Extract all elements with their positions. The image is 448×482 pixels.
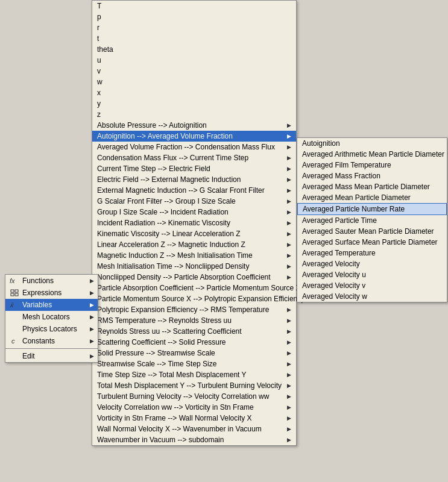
sidebar-item-arrow-icon-constants: ▶ <box>90 338 94 344</box>
main-menu-item-12[interactable]: Autoignition --> Averaged Volume Fractio… <box>92 131 296 142</box>
sub-menu-item-label: Averaged Mass Mean Particle Diameter <box>302 183 430 191</box>
sub-menu-item-11[interactable]: Averaged Velocity <box>297 258 447 269</box>
main-menu-item-4[interactable]: theta <box>92 44 296 55</box>
main-menu-item-7[interactable]: w <box>92 77 296 87</box>
menu-item-arrow-icon: ▶ <box>287 415 291 421</box>
sidebar-item-arrow-icon-edit: ▶ <box>90 353 94 359</box>
sub-menu-item-label: Averaged Temperature <box>302 249 376 257</box>
menu-item-label: Particle Absorption Coefficient --> Part… <box>97 284 301 292</box>
menu-item-label: Electric Field --> External Magnetic Ind… <box>97 175 287 184</box>
main-menu-item-36[interactable]: Turbulent Burning Velocity --> Velocity … <box>92 391 296 402</box>
sub-menu-item-label: Averaged Mass Fraction <box>302 172 380 180</box>
menu-item-label: Mesh Initialisation Time --> Noncliipped… <box>97 262 287 271</box>
sub-menu-item-7[interactable]: Averaged Particle Time <box>297 215 447 226</box>
main-menu-item-33[interactable]: Streamwise Scale --> Time Step Size▶ <box>92 358 296 369</box>
main-menu-item-35[interactable]: Total Mesh Displacement Y --> Turbulent … <box>92 380 296 391</box>
main-menu-item-39[interactable]: Wall Normal Velocity X --> Wavenumber in… <box>92 424 296 434</box>
main-menu-item-27[interactable]: Particle Momentum Source X --> Polytropi… <box>92 293 296 304</box>
main-menu-item-0[interactable]: T <box>92 1 296 11</box>
main-menu-item-21[interactable]: Kinematic Viscosity --> Linear Accelerat… <box>92 228 296 239</box>
sub-menu-item-8[interactable]: Averaged Sauter Mean Particle Diameter <box>297 226 447 237</box>
main-menu-item-17[interactable]: External Magnetic Induction --> G Scalar… <box>92 185 296 196</box>
main-menu-item-14[interactable]: Condensation Mass Flux --> Current Time … <box>92 152 296 163</box>
sub-menu-item-1[interactable]: Averaged Arithmetic Mean Particle Diamet… <box>297 149 447 160</box>
menu-item-arrow-icon: ▶ <box>287 177 291 183</box>
main-menu-item-13[interactable]: Averaged Volume Fraction --> Condensatio… <box>92 142 296 152</box>
main-menu-item-28[interactable]: Polytropic Expansion Efficiency --> RMS … <box>92 304 296 315</box>
sub-menu-item-13[interactable]: Averaged Velocity v <box>297 280 447 291</box>
menu-item-label: t <box>97 34 291 43</box>
main-menu-item-38[interactable]: Vorticity in Stn Frame --> Wall Normal V… <box>92 413 296 424</box>
main-menu-item-8[interactable]: x <box>92 87 296 98</box>
menu-item-arrow-icon: ▶ <box>287 242 291 248</box>
main-menu-item-2[interactable]: r <box>92 22 296 33</box>
main-menu-item-16[interactable]: Electric Field --> External Magnetic Ind… <box>92 174 296 185</box>
main-menu-item-25[interactable]: Noncliipped Density --> Particle Absorpt… <box>92 272 296 283</box>
sidebar-item-mesh-locators[interactable]: Mesh Locators▶ <box>5 311 98 323</box>
sub-menu-item-12[interactable]: Averaged Velocity u <box>297 269 447 280</box>
sub-menu-item-5[interactable]: Averaged Mean Particle Diameter <box>297 192 447 203</box>
main-menu-item-20[interactable]: Incident Radiation --> Kinematic Viscosi… <box>92 218 296 228</box>
main-menu-item-34[interactable]: Time Step Size --> Total Mesh Displaceme… <box>92 369 296 380</box>
main-menu-item-24[interactable]: Mesh Initialisation Time --> Noncliipped… <box>92 261 296 272</box>
menu-item-label: Averaged Volume Fraction --> Condensatio… <box>97 143 287 151</box>
menu-item-label: Wall Normal Velocity X --> Wavenumber in… <box>97 425 287 433</box>
menu-item-label: Autoignition --> Averaged Volume Fractio… <box>97 132 287 140</box>
main-menu-item-18[interactable]: G Scalar Front Filter --> Group I Size S… <box>92 196 296 207</box>
menu-item-label: Streamwise Scale --> Time Step Size <box>97 360 287 368</box>
main-menu-item-37[interactable]: Velocity Correlation ww --> Vorticity in… <box>92 402 296 413</box>
sidebar-item-variables[interactable]: x̄Variables▶ <box>5 299 98 311</box>
main-menu-item-30[interactable]: Reynolds Stress uu --> Scattering Coeffi… <box>92 326 296 337</box>
main-menu-item-6[interactable]: v <box>92 66 296 77</box>
main-menu-item-9[interactable]: y <box>92 98 296 109</box>
sidebar-item-functions[interactable]: fxFunctions▶ <box>5 275 98 287</box>
sidebar-item-physics-locators[interactable]: Physics Locators▶ <box>5 323 98 335</box>
sub-menu-item-label: Autoignition <box>302 139 340 148</box>
main-menu-item-11[interactable]: Absolute Pressure --> Autoignition▶ <box>92 120 296 131</box>
sub-menu-item-label: Averaged Sauter Mean Particle Diameter <box>302 227 434 236</box>
sub-menu-item-4[interactable]: Averaged Mass Mean Particle Diameter <box>297 181 447 192</box>
sub-menu-item-2[interactable]: Averaged Film Temperature <box>297 160 447 171</box>
menu-item-arrow-icon: ▶ <box>287 155 291 161</box>
menu-item-arrow-icon: ▶ <box>287 318 291 324</box>
menu-item-arrow-icon: ▶ <box>287 263 291 269</box>
sub-menu-item-6[interactable]: Averaged Particle Number Rate <box>297 203 447 215</box>
functions-icon: fx <box>9 277 20 285</box>
sub-menu-item-label: Averaged Velocity u <box>302 271 366 279</box>
sidebar-item-arrow-icon-physics-locators: ▶ <box>90 326 94 332</box>
main-menu-item-10[interactable]: z <box>92 109 296 120</box>
menu-item-label: Group I Size Scale --> Incident Radiatio… <box>97 208 287 216</box>
main-menu-item-32[interactable]: Solid Pressure --> Streamwise Scale▶ <box>92 348 296 358</box>
main-menu-item-19[interactable]: Group I Size Scale --> Incident Radiatio… <box>92 207 296 218</box>
main-menu-item-31[interactable]: Scattering Coefficient --> Solid Pressur… <box>92 337 296 348</box>
sub-menu-item-0[interactable]: Autoignition <box>297 138 447 149</box>
menu-item-label: Noncliipped Density --> Particle Absorpt… <box>97 273 287 281</box>
physics-locators-icon <box>9 325 20 333</box>
sub-menu-item-3[interactable]: Averaged Mass Fraction <box>297 171 447 181</box>
main-menu-item-22[interactable]: Linear Acceleration Z --> Magnetic Induc… <box>92 239 296 250</box>
main-menu-item-23[interactable]: Magnetic Induction Z --> Mesh Initialisa… <box>92 250 296 261</box>
main-menu-item-40[interactable]: Wavenumber in Vacuum --> subdomain▶ <box>92 434 296 445</box>
main-menu-item-26[interactable]: Particle Absorption Coefficient --> Part… <box>92 283 296 293</box>
main-menu-item-1[interactable]: p <box>92 11 296 22</box>
sidebar-item-expressions[interactable]: Expressions▶ <box>5 287 98 299</box>
menu-item-arrow-icon: ▶ <box>287 274 291 280</box>
menu-item-label: x <box>97 89 291 97</box>
sidebar-item-label-variables: Variables <box>22 301 90 309</box>
sub-menu-item-9[interactable]: Averaged Surface Mean Particle Diameter <box>297 237 447 248</box>
main-menu-item-3[interactable]: t <box>92 33 296 44</box>
menu-item-label: r <box>97 23 291 32</box>
svg-rect-2 <box>15 290 18 292</box>
sub-menu-item-14[interactable]: Averaged Velocity w <box>297 291 447 302</box>
menu-item-label: Magnetic Induction Z --> Mesh Initialisa… <box>97 251 287 260</box>
menu-item-label: External Magnetic Induction --> G Scalar… <box>97 186 287 195</box>
sidebar-item-label-edit: Edit <box>22 352 90 360</box>
sub-menu-item-10[interactable]: Averaged Temperature <box>297 248 447 258</box>
sub-context-menu: AutoignitionAveraged Arithmetic Mean Par… <box>297 137 447 302</box>
main-menu-item-5[interactable]: u <box>92 55 296 66</box>
main-menu-item-15[interactable]: Current Time Step --> Electric Field▶ <box>92 163 296 174</box>
expressions-icon <box>9 289 20 297</box>
sidebar-item-edit[interactable]: Edit▶ <box>5 350 98 362</box>
main-menu-item-29[interactable]: RMS Temperature --> Reynolds Stress uu▶ <box>92 315 296 326</box>
sidebar-item-constants[interactable]: cConstants▶ <box>5 335 98 347</box>
